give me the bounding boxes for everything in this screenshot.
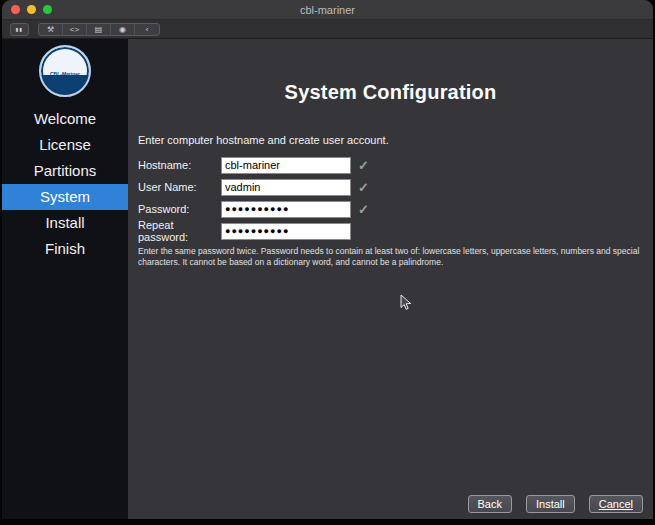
install-button[interactable]: Install <box>526 495 575 513</box>
page-title: System Configuration <box>128 81 653 104</box>
hostname-label: Hostname: <box>138 159 221 171</box>
username-label: User Name: <box>138 181 221 193</box>
repeat-password-input[interactable] <box>221 223 351 240</box>
mariner-logo-text: CBL-Mariner <box>41 71 89 77</box>
minimize-button[interactable] <box>27 5 36 14</box>
hostname-input[interactable] <box>221 157 351 174</box>
wizard-buttons: Back Install Cancel <box>468 495 643 513</box>
traffic-lights <box>11 5 52 14</box>
window-content: CBL-Mariner Welcome License Partitions S… <box>2 39 653 519</box>
pause-icon[interactable]: ▮▮ <box>10 23 29 36</box>
camera-icon[interactable]: ◉ <box>111 24 135 35</box>
username-valid-icon: ✓ <box>358 180 376 195</box>
account-form: Hostname: ✓ User Name: ✓ Password: ✓ <box>138 154 653 242</box>
hostname-row: Hostname: ✓ <box>138 154 653 176</box>
sidebar-item-install[interactable]: Install <box>2 210 128 236</box>
mouse-cursor <box>400 294 412 311</box>
sidebar-item-partitions[interactable]: Partitions <box>2 158 128 184</box>
tools-icon[interactable]: ⚒ <box>39 24 63 35</box>
back-button[interactable]: Back <box>468 495 512 513</box>
sidebar-item-finish[interactable]: Finish <box>2 236 128 262</box>
password-help-text: Enter the same password twice. Password … <box>138 246 643 269</box>
sidebar: CBL-Mariner Welcome License Partitions S… <box>2 39 128 519</box>
hostname-valid-icon: ✓ <box>358 158 376 173</box>
titlebar: cbl-mariner <box>2 0 653 20</box>
main-panel: System Configuration Enter computer host… <box>128 39 653 519</box>
username-row: User Name: ✓ <box>138 176 653 198</box>
cancel-button[interactable]: Cancel <box>589 495 643 513</box>
password-row: Password: ✓ <box>138 198 653 220</box>
repeat-password-label: Repeat password: <box>138 219 221 243</box>
zoom-button[interactable] <box>43 5 52 14</box>
mariner-logo: CBL-Mariner <box>39 45 91 97</box>
password-label: Password: <box>138 203 221 215</box>
console-icon[interactable]: <> <box>63 24 87 35</box>
vm-window: cbl-mariner ▮▮ ⚒ <> ▤ ◉ ‹ CBL-Mariner <box>2 0 653 519</box>
back-chevron-icon[interactable]: ‹ <box>135 24 159 35</box>
window-title: cbl-mariner <box>2 4 653 16</box>
toolbar-icon-group: ⚒ <> ▤ ◉ ‹ <box>38 23 160 36</box>
username-input[interactable] <box>221 179 351 196</box>
installer-steps-nav: Welcome License Partitions System Instal… <box>2 106 128 262</box>
sidebar-item-system[interactable]: System <box>2 184 128 210</box>
password-valid-icon: ✓ <box>358 202 376 217</box>
sidebar-item-license[interactable]: License <box>2 132 128 158</box>
sidebar-item-welcome[interactable]: Welcome <box>2 106 128 132</box>
toolbar: ▮▮ ⚒ <> ▤ ◉ ‹ <box>2 20 653 39</box>
instruction-text: Enter computer hostname and create user … <box>138 134 653 146</box>
password-input[interactable] <box>221 201 351 218</box>
repeat-password-row: Repeat password: <box>138 220 653 242</box>
printer-icon[interactable]: ▤ <box>87 24 111 35</box>
screen: cbl-mariner ▮▮ ⚒ <> ▤ ◉ ‹ CBL-Mariner <box>0 0 655 525</box>
close-button[interactable] <box>11 5 20 14</box>
